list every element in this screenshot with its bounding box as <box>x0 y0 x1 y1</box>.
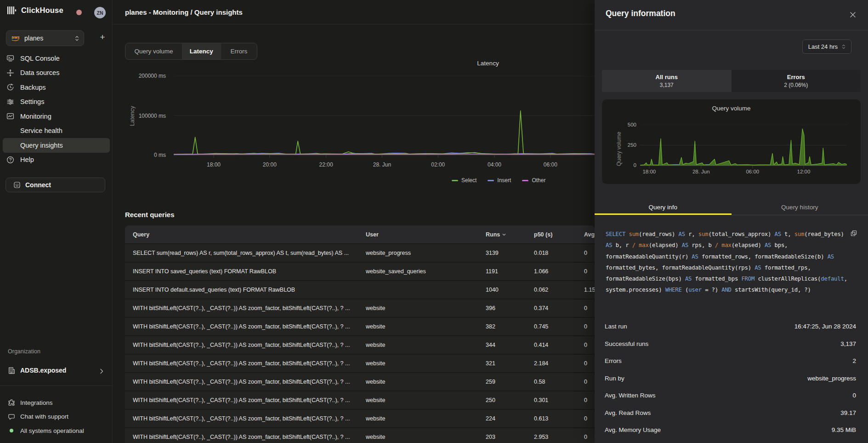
cell-query: INSERT INTO saved_queries (text) FORMAT … <box>133 268 366 275</box>
cell-runs: 224 <box>486 415 534 422</box>
segment-errors[interactable]: Errors 2 (0.06%) <box>732 70 861 92</box>
cell-runs: 1040 <box>486 287 534 293</box>
volume-ytick-250: 250 <box>618 142 636 148</box>
latency-chart-plot[interactable] <box>174 76 595 158</box>
footer-item-integrations[interactable]: Integrations <box>3 396 110 410</box>
sidebar-item-label: Data sources <box>20 69 59 76</box>
query-volume-plot[interactable] <box>640 125 847 169</box>
legend-item-other[interactable]: Other <box>522 177 545 184</box>
latency-legend: SelectInsertOther <box>452 177 545 184</box>
footer-item-chat-with-support[interactable]: Chat with support <box>3 410 110 424</box>
recent-queries-title: Recent queries <box>125 211 175 219</box>
legend-item-select[interactable]: Select <box>452 177 477 184</box>
sidebar-item-sql-console[interactable]: SQL Console <box>3 51 110 66</box>
x-tick-label: 04:00 <box>481 161 508 168</box>
table-row[interactable]: WITH bitShiftLeft(CAST(?..), _CAST(?..))… <box>125 354 595 372</box>
cell-p50: 0.613 <box>534 415 584 422</box>
cell-avg: 0 <box>584 415 595 422</box>
chevron-right-icon <box>100 368 103 373</box>
table-row[interactable]: INSERT INTO saved_queries (text) FORMAT … <box>125 262 595 280</box>
table-row[interactable]: WITH bitShiftLeft(CAST(?..), _CAST(?..))… <box>125 335 595 354</box>
brand[interactable]: ClickHouse <box>7 6 63 15</box>
cell-runs: 259 <box>486 379 534 385</box>
table-row[interactable]: WITH bitShiftLeft(CAST(?..), _CAST(?..))… <box>125 409 595 427</box>
sort-desc-icon <box>502 232 506 236</box>
copy-icon[interactable] <box>851 230 857 236</box>
cell-avg: 0 <box>584 250 595 256</box>
building-icon <box>8 367 16 374</box>
segment-value: 3,137 <box>660 82 674 88</box>
footer-item-all-systems-operational[interactable]: All systems operational <box>3 424 110 438</box>
table-header-row: QueryUserRunsp50 (s)Avg. <box>125 225 595 243</box>
time-range-select[interactable]: Last 24 hrs <box>802 40 851 54</box>
tab-query-info[interactable]: Query info <box>595 200 732 215</box>
tab-query-volume[interactable]: Query volume <box>125 43 182 59</box>
sidebar-item-data-sources[interactable]: Data sources <box>3 66 110 81</box>
column-header-avg[interactable]: Avg. <box>584 231 595 238</box>
detail-value: 16:47:25, Jun 28 2024 <box>794 323 856 330</box>
cell-user: website <box>366 415 486 422</box>
segment-all-runs[interactable]: All runs 3,137 <box>602 70 732 92</box>
detail-row-p50-latency: p50 latency0.018s <box>595 439 868 443</box>
service-selector[interactable]: aws planes <box>6 30 84 46</box>
table-row[interactable]: WITH bitShiftLeft(CAST(?..), _CAST(?..))… <box>125 391 595 409</box>
sidebar-item-help[interactable]: Help <box>3 153 110 167</box>
avatar[interactable]: ZN <box>94 7 106 18</box>
tab-latency[interactable]: Latency <box>182 43 221 59</box>
footer-item-label: All systems operational <box>20 427 84 434</box>
cell-query: WITH bitShiftLeft(CAST(?..), _CAST(?..))… <box>133 434 366 440</box>
table-row[interactable]: WITH bitShiftLeft(CAST(?..), _CAST(?..))… <box>125 427 595 443</box>
column-header-query[interactable]: Query <box>133 231 366 238</box>
tab-errors[interactable]: Errors <box>221 43 257 59</box>
sql-code-block[interactable]: SELECT sum(read_rows) AS r, sum(total_ro… <box>606 229 850 296</box>
svg-text:aws: aws <box>11 35 20 40</box>
close-icon[interactable] <box>850 12 856 18</box>
detail-value: website_progress <box>807 375 856 382</box>
add-service-button[interactable]: + <box>97 32 108 43</box>
x-tick-label: 02:00 <box>424 161 452 168</box>
sidebar-item-settings[interactable]: Settings <box>3 95 110 109</box>
column-header-runs[interactable]: Runs <box>486 231 534 238</box>
sidebar-item-query-insights[interactable]: Query insights <box>3 138 110 153</box>
detail-label: Avg. Memory Usage <box>605 426 661 433</box>
sidebar-item-monitoring[interactable]: Monitoring <box>3 109 110 124</box>
cell-user: website <box>366 305 486 311</box>
panel-title: Query information <box>606 9 675 18</box>
tab-query-history[interactable]: Query history <box>732 200 868 215</box>
volume-ytick-0: 0 <box>618 162 636 168</box>
sidebar-footer: IntegrationsChat with supportAll systems… <box>3 396 110 438</box>
cell-avg: 1.15 <box>584 287 595 293</box>
legend-item-insert[interactable]: Insert <box>488 177 511 184</box>
footer-item-label: Chat with support <box>20 413 68 420</box>
column-header-p50-s[interactable]: p50 (s) <box>534 231 584 238</box>
cell-p50: 0.301 <box>534 397 584 403</box>
table-row[interactable]: WITH bitShiftLeft(CAST(?..), _CAST(?..))… <box>125 299 595 317</box>
segment-value: 2 (0.06%) <box>784 82 808 88</box>
x-tick-label: 18:00 <box>200 161 227 168</box>
x-tick-label: 20:00 <box>256 161 284 168</box>
detail-label: Avg. Written Rows <box>605 392 656 399</box>
detail-value: 3,137 <box>840 340 856 347</box>
detail-row-last-run: Last run16:47:25, Jun 28 2024 <box>595 318 868 335</box>
table-row[interactable]: WITH bitShiftLeft(CAST(?..), _CAST(?..))… <box>125 372 595 391</box>
detail-label: Last run <box>605 323 627 330</box>
sidebar-item-service-health[interactable]: Service health <box>3 124 110 138</box>
sidebar-item-backups[interactable]: Backups <box>3 80 110 95</box>
table-row[interactable]: INSERT INTO default.saved_queries (text)… <box>125 280 595 299</box>
cell-avg: 0 <box>584 360 595 367</box>
table-row[interactable]: SELECT sum(read_rows) AS r, sum(total_ro… <box>125 243 595 262</box>
cell-user: website <box>366 434 486 440</box>
detail-row-errors: Errors2 <box>595 352 868 370</box>
detail-value: 2 <box>852 357 856 364</box>
time-range-value: Last 24 hrs <box>808 43 838 50</box>
connect-button[interactable]: Connect <box>6 178 105 192</box>
legend-swatch <box>452 180 458 181</box>
chat-icon <box>8 413 15 420</box>
sidebar: ClickHouse ZN aws planes + SQL ConsoleDa… <box>0 0 113 443</box>
table-row[interactable]: WITH bitShiftLeft(CAST(?..), _CAST(?..))… <box>125 317 595 335</box>
organization-section-label: Organization <box>8 348 40 355</box>
notification-dot[interactable] <box>76 10 82 15</box>
cell-query: WITH bitShiftLeft(CAST(?..), _CAST(?..))… <box>133 342 366 348</box>
column-header-user[interactable]: User <box>366 231 486 238</box>
organization-switcher[interactable]: ADSB.exposed <box>3 363 110 378</box>
